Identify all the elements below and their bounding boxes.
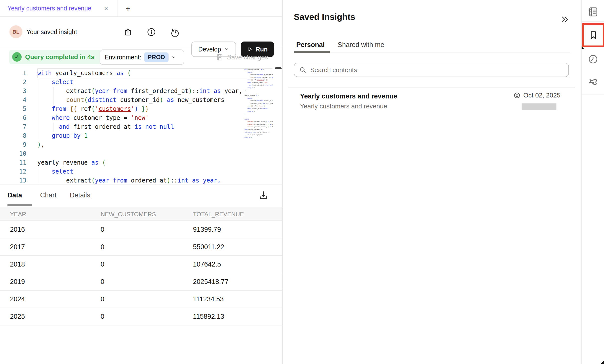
status-bar: ✓ Query completed in 4s Environment: PRO…: [0, 46, 282, 66]
save-icon: [216, 53, 224, 61]
rail-saved-insights-button-active[interactable]: [582, 23, 604, 47]
results-table-header: YEAR NEW_CUSTOMERS TOTAL_REVENUE: [0, 207, 282, 221]
code-line[interactable]: 5 from {{ ref('customers') }}: [0, 104, 244, 113]
column-header-year: YEAR: [10, 207, 26, 221]
editor-scrollbar-thumb[interactable]: [275, 67, 282, 69]
query-status-text: Query completed in 4s: [25, 53, 95, 61]
views-icon: [514, 92, 520, 99]
minimap-line: with yearly_customers as (: [244, 68, 273, 71]
table-cell: 2018: [10, 256, 25, 273]
minimap-line: yearly_revenue as (: [244, 94, 273, 97]
code-text: with yearly_customers as (: [26, 69, 131, 78]
notebook-icon: [587, 6, 599, 18]
code-text: yearly_revenue as (: [26, 158, 106, 167]
history-icon[interactable]: [171, 28, 180, 37]
code-line[interactable]: 2 select: [0, 78, 244, 87]
minimap-line: [244, 92, 273, 94]
results-tab-bar: Data Chart Details: [0, 184, 282, 207]
minimap-line: ),: [244, 89, 273, 92]
minimap-line: group by 1: [244, 110, 273, 113]
tab-yearly-customers[interactable]: Yearly customers and revenue: [7, 0, 91, 16]
rail-divider: [582, 21, 604, 22]
right-icon-rail: [581, 0, 604, 364]
line-number: 5: [0, 104, 26, 113]
minimap-line: order by 1: [244, 136, 273, 139]
minimap-line: from {{ ref('customers') }}: [244, 79, 273, 81]
code-text: ),: [26, 140, 45, 149]
tab-divider: [118, 0, 118, 16]
code-lines[interactable]: 1with yearly_customers as (2 select3 ext…: [0, 69, 244, 184]
line-number: 7: [0, 122, 26, 131]
code-text: extract(year from ordered_at)::int as ye…: [26, 176, 221, 184]
sql-code-editor[interactable]: 1with yearly_customers as (2 select3 ext…: [0, 66, 282, 184]
tab-personal[interactable]: Personal: [296, 39, 325, 50]
table-cell: 107642.5: [193, 256, 221, 273]
insight-list-item[interactable]: Yearly customers and revenue Oct 02, 202…: [283, 88, 581, 117]
query-workspace-panel: Yearly customers and revenue × + BL Your…: [0, 0, 282, 364]
minimap-line: where ordered_at is not null: [244, 107, 273, 110]
tab-details[interactable]: Details: [70, 184, 90, 206]
bookmark-icon: [588, 30, 598, 40]
line-number: 10: [0, 149, 26, 158]
minimap-line: full outer join yearly_revenue yr: [244, 131, 273, 134]
code-line[interactable]: 8 group by 1: [0, 131, 244, 140]
tab-data[interactable]: Data: [7, 184, 22, 206]
table-cell: 0: [101, 291, 104, 308]
rail-notebook-button[interactable]: [582, 0, 604, 24]
minimap-line: select: [244, 97, 273, 100]
table-cell: 111234.53: [193, 291, 224, 308]
search-input[interactable]: [310, 66, 534, 74]
code-text: where customer_type = 'new': [26, 113, 149, 122]
line-number: 3: [0, 87, 26, 95]
table-row: 20240111234.53: [0, 291, 282, 308]
info-icon[interactable]: [147, 28, 156, 37]
tab-shared-with-me[interactable]: Shared with me: [338, 39, 384, 50]
new-tab-button[interactable]: +: [122, 3, 133, 14]
minimap-line: ): [244, 113, 273, 115]
code-line[interactable]: 1with yearly_customers as (: [0, 69, 244, 78]
rail-history-button[interactable]: [582, 47, 604, 71]
table-cell: 0: [101, 256, 104, 273]
table-cell: 2024: [10, 291, 25, 308]
table-cell: 0: [101, 238, 104, 255]
active-tab-indicator: [294, 51, 330, 53]
code-text: extract(year from first_ordered_at)::int…: [26, 87, 242, 95]
tab-chart[interactable]: Chart: [40, 184, 57, 206]
code-line[interactable]: 6 where customer_type = 'new': [0, 113, 244, 122]
avatar[interactable]: BL: [9, 25, 22, 38]
download-icon[interactable]: [258, 190, 269, 201]
code-line[interactable]: 9),: [0, 140, 244, 149]
table-row: 20250115892.13: [0, 308, 282, 325]
code-line[interactable]: 4 count(distinct customer_id) as new_cus…: [0, 95, 244, 104]
tab-close-icon[interactable]: ×: [102, 4, 111, 13]
minimap-line: on yc.year = yr.year: [244, 134, 273, 136]
check-circle-icon: ✓: [12, 52, 22, 62]
environment-select[interactable]: Environment: PROD: [100, 49, 184, 65]
minimap-line: where customer_type = 'new': [244, 81, 273, 84]
search-box[interactable]: [294, 63, 569, 77]
table-cell: 2025418.77: [193, 273, 229, 290]
share-icon[interactable]: [123, 28, 132, 37]
line-number: 1: [0, 69, 26, 78]
results-table-body: 2016091399.7920170550011.2220180107642.5…: [0, 221, 282, 325]
editor-minimap[interactable]: with yearly_customers as ( select extrac…: [244, 68, 273, 178]
table-row: 20170550011.22: [0, 238, 282, 256]
double-chevron-right-icon[interactable]: [559, 14, 569, 24]
code-line[interactable]: 11yearly_revenue as (: [0, 158, 244, 167]
code-line[interactable]: 10: [0, 149, 244, 158]
code-line[interactable]: 7 and first_ordered_at is not null: [0, 122, 244, 131]
code-line[interactable]: 3 extract(year from first_ordered_at)::i…: [0, 87, 244, 95]
insight-item-meta: Oct 02, 2025: [514, 91, 560, 99]
table-row: 20180107642.5: [0, 256, 282, 273]
minimap-line: sum(order_total) as total_revenue: [244, 102, 273, 105]
table-cell: 2019: [10, 273, 25, 290]
code-text: from {{ ref('customers') }}: [26, 104, 149, 113]
skeleton-placeholder: [522, 103, 556, 110]
minimap-line: from yearly_customers yc: [244, 128, 273, 131]
insight-title: Your saved insight: [26, 17, 77, 46]
code-line[interactable]: 12 select: [0, 167, 244, 176]
code-line[interactable]: 13 extract(year from ordered_at)::int as…: [0, 176, 244, 184]
table-cell: 115892.13: [193, 308, 224, 325]
rail-explore-button[interactable]: [582, 71, 604, 94]
save-changes-button[interactable]: Save changes: [216, 49, 268, 65]
